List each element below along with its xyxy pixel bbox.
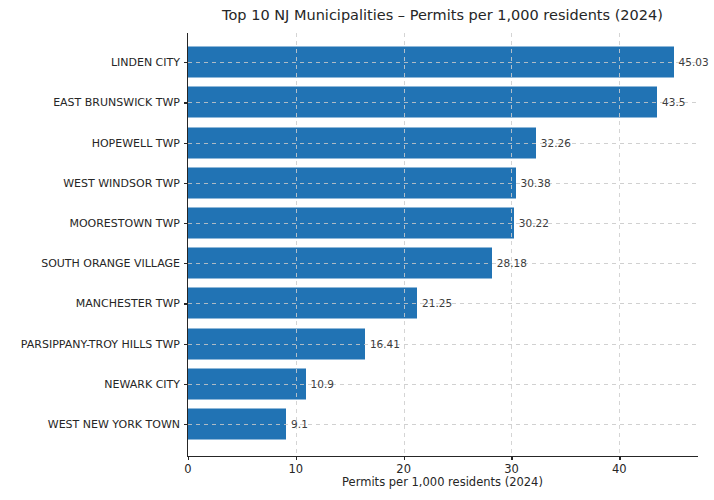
value-label: 21.25 [422,297,452,309]
value-label: 9.1 [291,418,308,430]
bar [188,167,516,198]
bar-row: WEST NEW YORK TOWN9.1 [188,404,698,444]
bar-row: WEST WINDSOR TWP30.38 [188,163,698,203]
value-label: 16.41 [370,338,400,350]
x-tick-label: 0 [184,462,191,476]
bar-row: PARSIPPANY-TROY HILLS TWP16.41 [188,323,698,363]
x-tick-mark [511,456,512,460]
bar [188,328,365,359]
bar [188,408,286,439]
bar [188,368,306,399]
bar-chart-figure: Top 10 NJ Municipalities – Permits per 1… [0,0,714,500]
chart-title: Top 10 NJ Municipalities – Permits per 1… [187,7,698,23]
x-tick-label: 20 [396,462,411,476]
bar-row: LINDEN CITY45.03 [188,42,698,82]
bar [188,87,657,118]
x-tick-label: 30 [504,462,519,476]
value-label: 30.38 [521,177,551,189]
bar [188,207,514,238]
x-tick-label: 40 [612,462,627,476]
category-label: LINDEN CITY [111,56,180,69]
bar-row: HOPEWELL TWP32.26 [188,122,698,162]
category-label: MOORESTOWN TWP [69,216,180,229]
category-label: PARSIPPANY-TROY HILLS TWP [21,337,180,350]
bar-rows: LINDEN CITY45.03EAST BRUNSWICK TWP43.5HO… [188,42,698,444]
value-label: 30.22 [519,217,549,229]
bar-row: MANCHESTER TWP21.25 [188,283,698,323]
category-label: HOPEWELL TWP [92,136,180,149]
x-axis-label: Permits per 1,000 residents (2024) [187,475,698,489]
category-label: WEST NEW YORK TOWN [48,417,180,430]
x-tick-label: 10 [288,462,303,476]
x-tick-mark [404,456,405,460]
bar-row: EAST BRUNSWICK TWP43.5 [188,82,698,122]
x-tick-mark [619,456,620,460]
value-label: 10.9 [311,378,334,390]
bar-row: MOORESTOWN TWP30.22 [188,203,698,243]
category-label: SOUTH ORANGE VILLAGE [41,257,180,270]
value-label: 28.18 [497,257,527,269]
category-label: WEST WINDSOR TWP [63,176,180,189]
bar [188,248,492,279]
category-label: NEWARK CITY [104,377,180,390]
bar-row: SOUTH ORANGE VILLAGE28.18 [188,243,698,283]
plot-area: LINDEN CITY45.03EAST BRUNSWICK TWP43.5HO… [187,33,698,457]
x-tick-mark [188,456,189,460]
value-label: 32.26 [541,137,571,149]
value-label: 43.5 [662,96,685,108]
category-label: MANCHESTER TWP [76,297,180,310]
value-label: 45.03 [679,56,709,68]
x-tick-mark [296,456,297,460]
bar [188,288,417,319]
bar-row: NEWARK CITY10.9 [188,364,698,404]
bar [188,127,536,158]
category-label: EAST BRUNSWICK TWP [53,96,180,109]
bar [188,47,674,78]
